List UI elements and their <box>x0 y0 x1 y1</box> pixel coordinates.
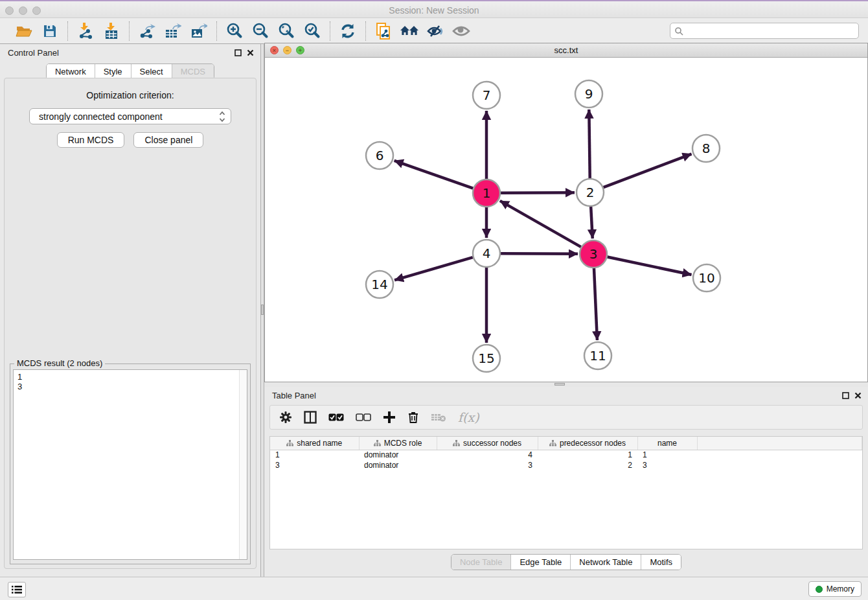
node-label-4: 4 <box>483 246 491 261</box>
import-network-icon <box>78 23 93 40</box>
edge-3-11[interactable] <box>594 268 597 340</box>
zoom-in-icon <box>226 23 243 40</box>
export-table-button[interactable] <box>163 21 183 41</box>
tab-node-table[interactable]: Node Table <box>451 555 512 570</box>
hierarchy-icon <box>549 440 556 446</box>
optimization-criterion-dropdown[interactable]: strongly connected component <box>29 108 231 124</box>
column-header-successor-nodes[interactable]: successor nodes <box>437 437 538 450</box>
clone-network-button[interactable] <box>374 21 393 41</box>
column-header-name[interactable]: name <box>637 437 697 450</box>
splitter-grip[interactable] <box>261 305 264 315</box>
memory-status-icon <box>816 586 823 593</box>
node-label-9: 9 <box>585 86 593 102</box>
zoom-out-button[interactable] <box>251 21 270 41</box>
node-label-15: 15 <box>478 351 494 366</box>
plus-icon <box>383 411 396 424</box>
import-table-icon <box>104 23 119 40</box>
show-hide-graphics-details-button[interactable] <box>426 21 445 41</box>
list-icon <box>12 585 22 594</box>
select-all-rows-button[interactable] <box>328 413 344 421</box>
node-label-7: 7 <box>483 87 491 103</box>
edge-2-3[interactable] <box>591 207 593 238</box>
float-panel-icon[interactable] <box>842 392 849 399</box>
tab-network-table[interactable]: Network Table <box>571 555 641 570</box>
save-session-button[interactable] <box>40 21 60 41</box>
export-image-button[interactable] <box>189 21 209 41</box>
show-column-panel-button[interactable] <box>304 411 317 424</box>
hierarchy-icon <box>286 440 293 446</box>
open-folder-icon <box>16 24 32 38</box>
column-header-predecessor-nodes[interactable]: predecessor nodes <box>538 437 637 450</box>
float-panel-icon[interactable] <box>234 49 242 56</box>
network-canvas[interactable]: 1234678910111415 <box>265 58 867 382</box>
zoom-in-button[interactable] <box>225 21 244 41</box>
node-label-8: 8 <box>702 141 711 156</box>
tab-mcds[interactable]: MCDS <box>172 64 214 79</box>
edge-3-1[interactable] <box>500 201 581 247</box>
dropdown-value: strongly connected component <box>39 111 163 122</box>
double-home-icon <box>400 24 419 38</box>
tab-network[interactable]: Network <box>47 64 95 79</box>
mcds-result-title: MCDS result (2 nodes) <box>14 358 105 368</box>
tab-style[interactable]: Style <box>95 64 131 79</box>
close-panel-icon[interactable] <box>854 392 862 399</box>
mcds-result-text[interactable]: 1 3 <box>13 369 247 560</box>
search-input[interactable] <box>686 27 854 36</box>
edge-1-2[interactable] <box>501 192 575 193</box>
deselect-all-rows-button[interactable] <box>356 413 371 421</box>
column-header-MCDS-role[interactable]: MCDS role <box>359 437 437 450</box>
table-row[interactable]: 3dominator323 <box>270 460 862 470</box>
column-header-shared-name[interactable]: shared name <box>270 437 359 450</box>
result-scrollbar[interactable] <box>239 370 247 559</box>
splitter-grip[interactable] <box>554 383 565 386</box>
close-panel-icon[interactable] <box>247 49 254 56</box>
network-graph[interactable]: 1234678910111415 <box>265 58 867 382</box>
tab-edge-table[interactable]: Edge Table <box>511 555 571 570</box>
delete-column-icon <box>431 412 446 422</box>
edge-2-8[interactable] <box>604 154 692 188</box>
delete-selected-rows-button[interactable] <box>407 411 419 424</box>
delete-column-button <box>431 412 446 422</box>
import-network-file-button[interactable] <box>76 21 95 41</box>
network-window-titlebar[interactable]: × − + scc.txt <box>265 43 867 58</box>
horizontal-splitter[interactable] <box>264 382 868 387</box>
zoom-selected-button[interactable] <box>303 21 322 41</box>
search-field[interactable] <box>670 23 859 39</box>
apply-preferred-layout-button[interactable] <box>338 21 358 41</box>
add-row-button[interactable] <box>383 411 396 424</box>
node-table[interactable]: shared nameMCDS rolesuccessor nodesprede… <box>269 436 863 549</box>
close-panel-button[interactable]: Close panel <box>133 132 203 148</box>
edge-3-10[interactable] <box>608 257 692 275</box>
task-history-button[interactable] <box>8 582 26 597</box>
zoom-fit-icon <box>278 23 295 40</box>
tab-select[interactable]: Select <box>131 64 172 79</box>
zoom-fit-button[interactable] <box>277 21 296 41</box>
control-panel: Control Panel NetworkStyleSelectMCDS Opt… <box>0 44 260 577</box>
table-settings-button[interactable] <box>279 411 292 424</box>
edge-2-9[interactable] <box>589 110 589 178</box>
network-view-window: × − + scc.txt 1234678910111415 <box>264 43 868 382</box>
node-label-14: 14 <box>371 277 387 292</box>
open-session-button[interactable] <box>14 21 34 41</box>
search-icon <box>674 27 683 36</box>
birds-eye-view-button[interactable] <box>451 21 471 41</box>
table-row[interactable]: 1dominator411 <box>270 450 862 460</box>
table-tabs: Node TableEdge TableNetwork TableMotifs <box>451 554 681 570</box>
table-toolbar: f(x) <box>269 405 863 430</box>
optimization-criterion-label: Optimization criterion: <box>5 90 256 100</box>
first-neighbors-button[interactable] <box>400 21 419 41</box>
tab-motifs[interactable]: Motifs <box>641 555 681 570</box>
export-network-button[interactable] <box>137 21 157 41</box>
mcds-panel: Optimization criterion: strongly connect… <box>4 78 257 569</box>
import-table-file-button[interactable] <box>102 21 121 41</box>
window-title: Session: New Session <box>0 5 868 16</box>
window-titlebar: Session: New Session <box>0 0 868 18</box>
save-disk-icon <box>43 24 57 38</box>
run-mcds-button[interactable]: Run MCDS <box>57 132 125 148</box>
node-label-6: 6 <box>376 148 384 163</box>
memory-button[interactable]: Memory <box>808 581 862 597</box>
dropdown-stepper-icon <box>219 110 225 123</box>
edge-1-6[interactable] <box>394 161 474 189</box>
edge-4-3[interactable] <box>501 253 578 254</box>
edge-4-14[interactable] <box>394 257 473 280</box>
